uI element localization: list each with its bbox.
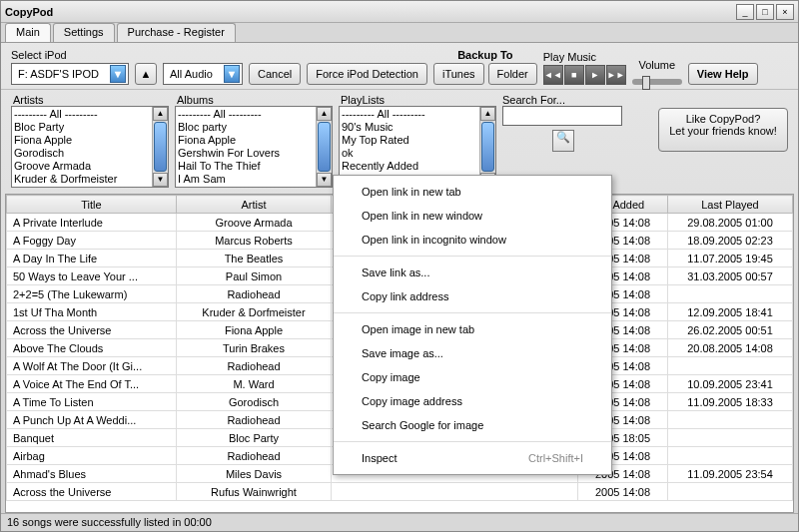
context-menu-item[interactable]: Open link in new tab <box>334 180 611 204</box>
table-cell <box>668 483 793 501</box>
context-menu-item[interactable]: Open image in new tab <box>334 317 611 341</box>
search-button[interactable]: 🔍 <box>552 130 574 152</box>
table-cell <box>668 411 793 429</box>
backup-folder-button[interactable]: Folder <box>488 63 537 85</box>
context-menu-item[interactable]: Copy image address <box>334 389 611 413</box>
albums-listbox[interactable]: --------- All ---------Bloc partyFiona A… <box>175 106 333 188</box>
table-cell: M. Ward <box>177 375 332 393</box>
context-menu: Open link in new tabOpen link in new win… <box>333 175 612 475</box>
chevron-down-icon[interactable]: ▼ <box>110 65 126 83</box>
list-item[interactable]: I Am Sam <box>178 173 314 186</box>
list-item[interactable]: Fiona Apple <box>178 134 314 147</box>
view-help-button[interactable]: View Help <box>688 63 758 85</box>
table-cell: Banquet <box>7 429 177 447</box>
column-header[interactable]: Artist <box>177 196 332 214</box>
table-cell: 18.09.2005 02:23 <box>668 232 793 250</box>
column-header[interactable]: Title <box>7 196 177 214</box>
table-cell: 2005 14:08 <box>578 483 668 501</box>
list-item[interactable]: --------- All --------- <box>178 108 314 121</box>
table-cell <box>332 483 578 501</box>
table-cell: 12.09.2005 18:41 <box>668 303 793 321</box>
scroll-thumb[interactable] <box>154 122 167 172</box>
window-title: CopyPod <box>5 6 736 18</box>
prev-button[interactable]: ◄◄ <box>543 65 563 85</box>
stop-button[interactable]: ■ <box>564 65 584 85</box>
scroll-up-icon[interactable]: ▲ <box>480 107 495 121</box>
list-item[interactable]: --------- All --------- <box>342 108 477 121</box>
scrollbar[interactable]: ▲ ▼ <box>152 107 168 187</box>
table-cell: 10.09.2005 23:41 <box>668 375 793 393</box>
menu-item-label: Save image as... <box>362 347 443 359</box>
scroll-up-icon[interactable]: ▲ <box>317 107 332 121</box>
play-button[interactable]: ► <box>585 65 605 85</box>
list-item[interactable]: Recently Added <box>342 160 477 173</box>
table-cell: A Private Interlude <box>7 214 177 232</box>
table-cell: Rufus Wainwright <box>177 483 332 501</box>
tab-main[interactable]: Main <box>5 23 51 42</box>
eject-button[interactable]: ▲ <box>135 63 157 85</box>
search-input[interactable] <box>502 106 622 126</box>
table-cell: Marcus Roberts <box>177 232 332 250</box>
table-cell: 11.09.2005 23:54 <box>668 465 793 483</box>
scroll-down-icon[interactable]: ▼ <box>153 173 168 187</box>
table-cell: Groove Armada <box>177 214 332 232</box>
scrollbar[interactable]: ▲ ▼ <box>316 107 332 187</box>
cancel-button[interactable]: Cancel <box>249 63 301 85</box>
list-item[interactable]: Gershwin For Lovers <box>178 147 314 160</box>
context-menu-item[interactable]: Copy image <box>334 365 611 389</box>
context-menu-item[interactable]: Save image as... <box>334 341 611 365</box>
context-menu-item[interactable]: InspectCtrl+Shift+I <box>334 446 611 470</box>
list-item[interactable]: --------- All --------- <box>14 108 150 121</box>
volume-slider[interactable] <box>632 79 682 85</box>
table-cell: 31.03.2005 00:57 <box>668 267 793 285</box>
artists-listbox[interactable]: --------- All ---------Bloc PartyFiona A… <box>11 106 169 188</box>
list-item[interactable]: 90's Music <box>342 121 477 134</box>
menu-item-label: Inspect <box>362 452 397 464</box>
table-cell: Miles Davis <box>177 465 332 483</box>
table-cell: Radiohead <box>177 357 332 375</box>
menu-separator <box>334 256 611 257</box>
tab-settings[interactable]: Settings <box>53 23 115 42</box>
promote-line2: Let your friends know! <box>663 125 783 137</box>
table-cell: 29.08.2005 01:00 <box>668 214 793 232</box>
table-cell: 50 Ways to Leave Your ... <box>7 267 177 285</box>
backup-to-label: Backup To <box>457 49 512 61</box>
minimize-button[interactable]: _ <box>736 4 754 20</box>
chevron-down-icon[interactable]: ▼ <box>224 65 240 83</box>
promote-button[interactable]: Like CopyPod? Let your friends know! <box>658 108 788 152</box>
context-menu-item[interactable]: Save link as... <box>334 261 611 284</box>
column-header[interactable]: Last Played <box>668 196 793 214</box>
list-item[interactable]: Gorodisch <box>14 147 150 160</box>
context-menu-item[interactable]: Copy link address <box>334 284 611 308</box>
list-item[interactable]: My Top Rated <box>342 134 477 147</box>
force-detection-button[interactable]: Force iPod Detection <box>307 63 427 85</box>
table-row[interactable]: Across the UniverseRufus Wainwright2005 … <box>7 483 793 501</box>
list-item[interactable]: ok <box>342 147 477 160</box>
search-label: Search For... <box>502 94 565 106</box>
list-item[interactable]: Bloc Party <box>14 121 150 134</box>
scroll-up-icon[interactable]: ▲ <box>153 107 168 121</box>
table-cell: 26.02.2005 00:51 <box>668 321 793 339</box>
maximize-button[interactable]: □ <box>756 4 774 20</box>
backup-itunes-button[interactable]: iTunes <box>433 63 484 85</box>
scroll-down-icon[interactable]: ▼ <box>317 173 332 187</box>
table-cell: Turin Brakes <box>177 339 332 357</box>
scroll-thumb[interactable] <box>318 122 331 172</box>
promote-line1: Like CopyPod? <box>663 113 783 125</box>
list-item[interactable]: Fiona Apple <box>14 134 150 147</box>
context-menu-item[interactable]: Search Google for image <box>334 413 611 437</box>
context-menu-item[interactable]: Open link in incognito window <box>334 228 611 252</box>
list-item[interactable]: Bloc party <box>178 121 314 134</box>
tab-purchase[interactable]: Purchase - Register <box>117 23 236 42</box>
list-item[interactable]: Groove Armada <box>14 160 150 173</box>
table-cell: A Time To Listen <box>7 393 177 411</box>
tab-bar: Main Settings Purchase - Register <box>1 23 798 43</box>
list-item[interactable]: Kruder & Dorfmeister <box>14 173 150 186</box>
scroll-thumb[interactable] <box>481 122 494 172</box>
next-button[interactable]: ►► <box>606 65 626 85</box>
context-menu-item[interactable]: Open link in new window <box>334 204 611 228</box>
list-item[interactable]: Hail To The Thief <box>178 160 314 173</box>
close-button[interactable]: × <box>776 4 794 20</box>
ipod-select[interactable]: F: ASDF'S IPOD ▼ <box>11 63 129 85</box>
audio-filter-select[interactable]: All Audio ▼ <box>163 63 243 85</box>
